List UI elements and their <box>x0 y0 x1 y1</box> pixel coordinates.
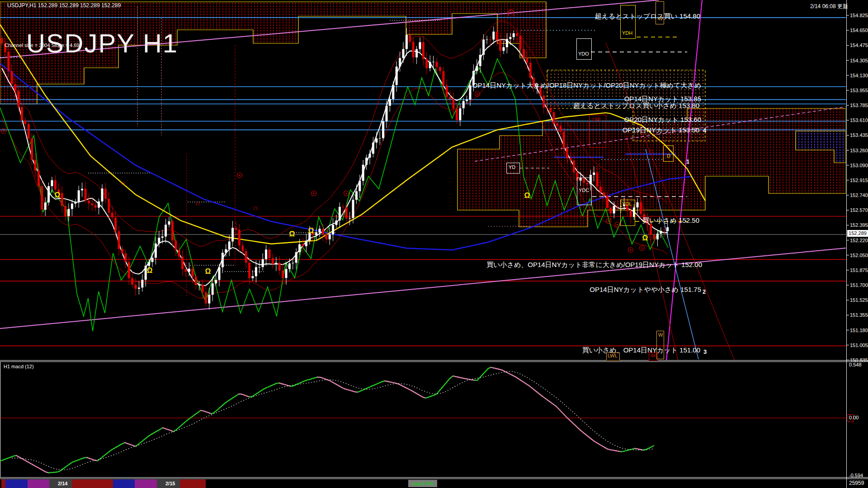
candle <box>479 55 481 66</box>
candle <box>51 180 53 186</box>
top-signal-icon: ∩ <box>506 4 516 19</box>
candle <box>453 99 455 108</box>
candle <box>138 287 140 289</box>
candle <box>640 202 642 214</box>
candle <box>436 62 438 67</box>
candle <box>656 234 659 239</box>
candle <box>549 108 552 113</box>
candle <box>114 218 117 231</box>
candle <box>529 63 532 78</box>
buy-signal-icon: Ω <box>205 267 211 275</box>
candle <box>402 49 405 58</box>
candle <box>466 99 468 101</box>
candle <box>406 35 408 49</box>
candle <box>660 231 662 234</box>
buy-signal-icon: Ω <box>524 192 530 199</box>
candle <box>492 32 495 40</box>
candle <box>626 204 628 211</box>
candle <box>419 42 421 49</box>
candle <box>11 71 13 84</box>
candle <box>4 43 6 52</box>
candle <box>135 285 137 289</box>
candle <box>7 52 9 71</box>
candle <box>580 178 582 181</box>
candle <box>188 269 190 272</box>
candle <box>262 259 264 267</box>
candle <box>168 221 170 225</box>
macd-panel <box>0 367 846 473</box>
candle <box>118 231 120 249</box>
candle <box>409 35 411 42</box>
candle <box>516 33 518 36</box>
candle <box>432 62 434 62</box>
candle <box>489 39 491 40</box>
alert-circle-dot <box>476 93 478 94</box>
candle <box>570 158 572 160</box>
candle <box>369 154 371 158</box>
trend-line[interactable] <box>0 248 846 328</box>
candle <box>506 39 508 47</box>
candle <box>362 165 364 181</box>
candle <box>255 267 257 276</box>
candle <box>469 85 472 99</box>
candle <box>225 249 227 253</box>
candle <box>573 160 575 173</box>
candle <box>228 241 231 249</box>
buy-signal-icon: Ω <box>147 267 153 274</box>
macd-line-segment <box>651 446 654 447</box>
macd-line-segment <box>570 420 572 423</box>
candle <box>195 277 197 285</box>
candle <box>633 207 635 217</box>
candle <box>31 139 33 160</box>
alert-circle-dot <box>641 247 642 249</box>
candle <box>272 258 274 264</box>
candle <box>295 252 297 263</box>
candle <box>349 218 351 218</box>
candle <box>191 269 193 277</box>
candle <box>449 97 451 99</box>
candle <box>613 206 615 214</box>
alert-circle-dot <box>345 192 347 194</box>
candle <box>305 241 307 246</box>
candle <box>181 257 184 269</box>
candle <box>238 230 241 245</box>
alert-circle-dot <box>608 220 609 221</box>
candle <box>258 267 260 267</box>
candle <box>566 148 568 158</box>
candle <box>590 175 592 184</box>
candle <box>379 138 381 139</box>
candle <box>171 221 174 241</box>
alert-circle-dot <box>3 130 4 131</box>
candle <box>278 263 281 271</box>
candle <box>355 191 358 200</box>
candle <box>41 186 43 210</box>
sell-signal-icon: ∩ <box>648 147 654 155</box>
candle <box>21 107 23 120</box>
candle <box>472 71 475 85</box>
candle <box>292 263 294 263</box>
macd-line-segment <box>578 428 580 431</box>
candle <box>208 295 210 303</box>
candle <box>265 249 267 259</box>
macd-signal-line <box>12 371 655 470</box>
candle <box>513 33 515 37</box>
candle <box>616 206 618 206</box>
candle <box>124 253 127 262</box>
candle <box>666 227 669 231</box>
candle <box>101 188 104 202</box>
candle <box>422 42 425 59</box>
candle <box>620 206 622 206</box>
candle <box>288 263 291 269</box>
candle <box>319 229 321 232</box>
candle <box>526 58 528 63</box>
candle <box>285 269 288 278</box>
candle <box>151 258 154 262</box>
candle <box>329 235 331 239</box>
candle <box>593 173 595 175</box>
candle <box>108 199 110 213</box>
alert-circle-dot <box>617 224 618 225</box>
candle <box>606 196 609 208</box>
macd-toggle-button[interactable]: macd ON <box>408 480 437 487</box>
candle <box>446 85 448 97</box>
candle <box>241 245 244 251</box>
